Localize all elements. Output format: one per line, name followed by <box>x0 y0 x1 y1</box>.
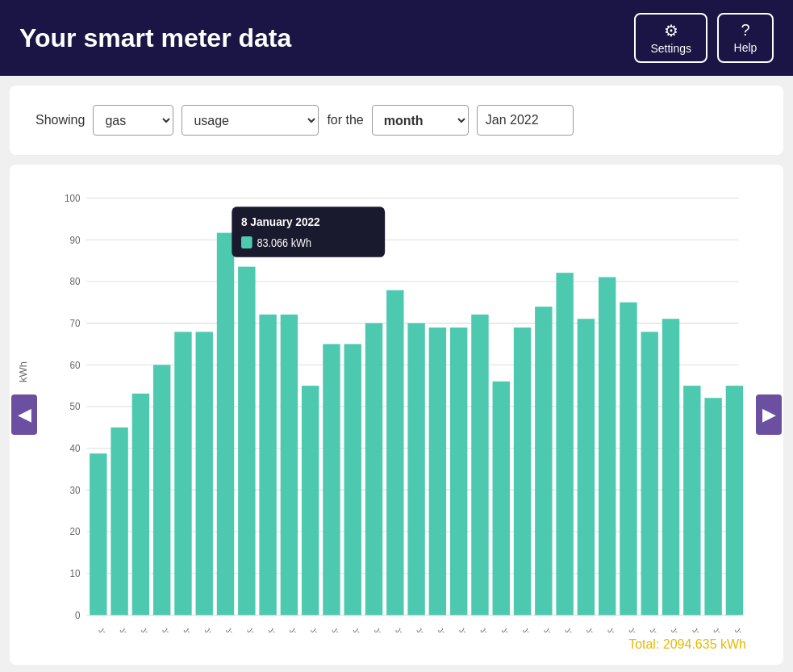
bar-jan8[interactable] <box>238 267 255 616</box>
svg-text:100: 100 <box>65 192 81 204</box>
bar-jan1[interactable] <box>90 453 106 615</box>
svg-text:Jan 1st: Jan 1st <box>97 626 119 632</box>
controls-panel: Showing gas electricity usage cost tempe… <box>10 86 783 155</box>
energy-type-select[interactable]: gas electricity <box>93 105 173 136</box>
svg-text:Jan 6th: Jan 6th <box>203 626 225 632</box>
bar-jan2[interactable] <box>111 428 127 616</box>
bar-jan4[interactable] <box>153 365 170 615</box>
svg-text:Jan 5th: Jan 5th <box>182 626 204 632</box>
bar-jan16[interactable] <box>407 323 424 616</box>
bar-jan21[interactable] <box>514 328 531 615</box>
settings-label: Settings <box>650 42 691 55</box>
bar-jan12[interactable] <box>323 344 340 615</box>
bar-jan27[interactable] <box>641 332 658 615</box>
help-button[interactable]: ? Help <box>717 13 774 63</box>
bar-jan15[interactable] <box>386 290 403 616</box>
for-the-label: for the <box>327 113 363 127</box>
bar-jan20[interactable] <box>493 382 510 616</box>
next-arrow-button[interactable]: ▶ <box>756 394 782 435</box>
total-label: Total: 2094.635 kWh <box>23 637 770 652</box>
svg-text:Jan 7th: Jan 7th <box>224 626 246 632</box>
bar-jan17[interactable] <box>429 328 446 615</box>
bar-jan31[interactable] <box>726 386 743 615</box>
header-buttons: ⚙ Settings ? Help <box>634 13 774 63</box>
bar-jan23[interactable] <box>556 273 573 615</box>
page-title: Your smart meter data <box>19 23 291 53</box>
svg-text:10: 10 <box>69 568 80 580</box>
svg-text:70: 70 <box>69 317 80 329</box>
bar-jan22[interactable] <box>535 307 552 615</box>
chart-svg-wrapper: 100 90 80 70 60 50 <box>63 181 746 632</box>
data-type-select[interactable]: usage cost temperature <box>182 105 319 136</box>
bar-jan28[interactable] <box>662 319 679 615</box>
svg-text:0: 0 <box>75 609 81 621</box>
bar-jan18[interactable] <box>450 328 467 615</box>
chart-tooltip: 8 January 2022 83.066 kWh <box>232 207 385 257</box>
bar-jan26[interactable] <box>620 303 636 616</box>
settings-button[interactable]: ⚙ Settings <box>634 13 707 63</box>
period-select[interactable]: month week day year <box>372 105 469 136</box>
svg-text:Jan 4th: Jan 4th <box>161 626 182 632</box>
bar-jan24[interactable] <box>578 319 595 615</box>
bar-jan25[interactable] <box>599 278 616 616</box>
page-header: Your smart meter data ⚙ Settings ? Help <box>0 0 793 76</box>
bar-jan19[interactable] <box>471 315 488 616</box>
bar-jan9[interactable] <box>259 315 276 616</box>
bar-jan10[interactable] <box>281 315 298 616</box>
bar-jan30[interactable] <box>704 398 721 615</box>
date-input[interactable] <box>477 105 574 136</box>
svg-text:20: 20 <box>69 526 80 538</box>
svg-text:Jan 9th: Jan 9th <box>267 626 289 632</box>
bar-jan5[interactable] <box>174 332 191 615</box>
bar-jan13[interactable] <box>344 344 361 615</box>
svg-text:Jan 2nd: Jan 2nd <box>119 626 142 632</box>
bar-jan29[interactable] <box>683 386 700 615</box>
svg-text:Jan 3rd: Jan 3rd <box>140 626 161 632</box>
bar-jan11[interactable] <box>302 386 319 615</box>
help-icon: ? <box>741 21 749 40</box>
chart-panel: ◀ ▶ kWh 100 90 80 70 <box>10 165 783 665</box>
gear-icon: ⚙ <box>664 21 678 40</box>
bar-jan14[interactable] <box>365 323 382 616</box>
svg-text:60: 60 <box>69 359 80 371</box>
showing-label: Showing <box>35 113 85 127</box>
svg-text:80: 80 <box>69 276 80 288</box>
bar-chart: 100 90 80 70 60 50 <box>63 181 746 632</box>
svg-text:30: 30 <box>69 484 80 496</box>
svg-text:50: 50 <box>69 401 80 413</box>
help-label: Help <box>734 41 758 54</box>
svg-text:90: 90 <box>69 234 80 246</box>
bar-jan3[interactable] <box>132 394 149 616</box>
chart-container: kWh 100 90 80 70 <box>23 181 770 632</box>
y-axis-label: kWh <box>17 361 29 382</box>
svg-text:Jan 31st: Jan 31st <box>733 626 746 632</box>
svg-text:Jan 8th: Jan 8th <box>245 626 267 632</box>
bar-jan6[interactable] <box>196 332 213 615</box>
previous-arrow-button[interactable]: ◀ <box>11 394 37 435</box>
svg-text:40: 40 <box>69 442 80 454</box>
svg-rect-55 <box>241 236 253 248</box>
svg-text:8 January 2022: 8 January 2022 <box>241 215 320 228</box>
svg-text:83.066 kWh: 83.066 kWh <box>257 236 311 249</box>
bar-jan7[interactable] <box>217 233 234 616</box>
